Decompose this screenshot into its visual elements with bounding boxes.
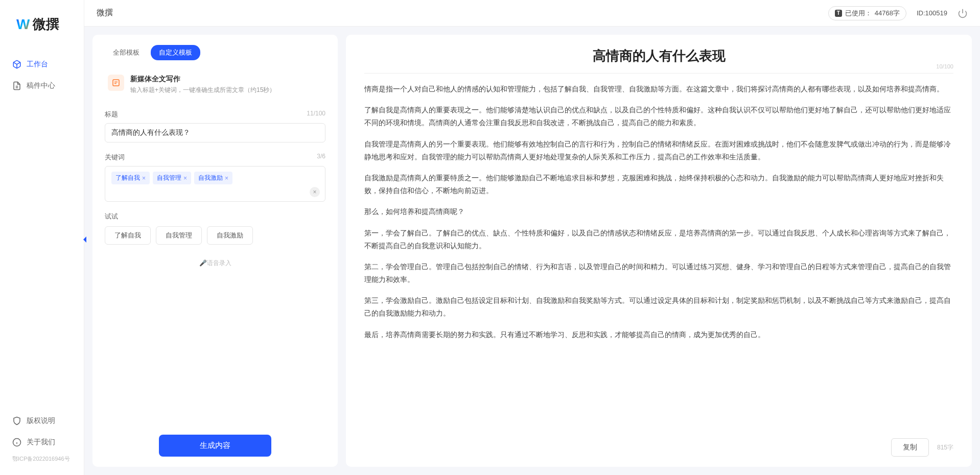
sidebar-item-label: 稿件中心	[27, 81, 55, 90]
remove-icon[interactable]: ×	[142, 175, 146, 182]
main: 微撰 T 已使用： 44768字 ID:100519 全部模板 自定义模板	[84, 0, 980, 475]
clear-all-button[interactable]: ×	[310, 187, 320, 197]
generate-button[interactable]: 生成内容	[159, 435, 271, 457]
power-icon[interactable]	[958, 8, 968, 18]
sidebar-item-workbench[interactable]: 工作台	[0, 54, 84, 75]
tab-custom-templates[interactable]: 自定义模板	[151, 45, 200, 60]
sidebar-item-label: 版权说明	[27, 416, 55, 425]
output-paragraph: 了解自我是高情商人的重要表现之一。他们能够清楚地认识自己的优点和缺点，以及自己的…	[364, 104, 953, 129]
usage-value: 44768字	[875, 9, 900, 18]
shield-icon	[12, 416, 21, 425]
keyword-tag[interactable]: 自我管理×	[153, 172, 191, 184]
keyword-field-block: 关键词 3/6 了解自我× 自我管理× 自我激励× ×	[105, 153, 325, 202]
title-label: 标题	[105, 110, 118, 119]
svg-rect-4	[113, 80, 119, 86]
try-chips: 了解自我 自我管理 自我激励	[105, 226, 325, 245]
info-icon	[12, 438, 21, 447]
tag-text: 了解自我	[115, 174, 140, 182]
title-field-block: 标题 11/100	[105, 110, 325, 142]
output-title-count: 10/100	[936, 63, 953, 69]
sidebar-bottom: 版权说明 关于我们 鄂ICP备2022016946号	[0, 405, 84, 475]
title-count: 11/100	[307, 110, 325, 119]
keyword-tag[interactable]: 自我激励×	[194, 172, 232, 184]
template-icon	[108, 75, 124, 91]
voice-input-hint[interactable]: 🎤语音录入	[105, 259, 325, 268]
output-paragraph: 第一，学会了解自己。了解自己的优点、缺点、个性特质和偏好，以及自己的情感状态和情…	[364, 227, 953, 252]
output-paragraph: 第三，学会激励自己。激励自己包括设定目标和计划、自我激励和自我奖励等方式。可以通…	[364, 294, 953, 320]
template-name: 新媒体全文写作	[130, 75, 275, 84]
content: 全部模板 自定义模板 新媒体全文写作 输入标题+关键词，一键准确生成所需文章（约…	[84, 27, 980, 475]
output-paragraph: 自我激励是高情商人的重要特质之一。他们能够激励自己不断地追求目标和梦想，克服困难…	[364, 172, 953, 197]
output-paragraph: 自我管理是高情商人的另一个重要表现。他们能够有效地控制自己的言行和行为，控制自己…	[364, 138, 953, 163]
document-icon	[12, 81, 21, 90]
keyword-count: 3/6	[317, 153, 325, 162]
topbar-title: 微撰	[97, 8, 113, 18]
output-paragraph: 那么，如何培养和提高情商呢？	[364, 205, 953, 218]
output-paragraph: 最后，培养高情商需要长期的努力和实践。只有通过不断地学习、反思和实践，才能够提高…	[364, 328, 953, 341]
template-desc: 输入标题+关键词，一键准确生成所需文章（约15秒）	[130, 86, 275, 94]
keyword-tag[interactable]: 了解自我×	[111, 172, 150, 184]
sidebar-item-copyright[interactable]: 版权说明	[0, 410, 84, 432]
output-paragraph: 第二，学会管理自己。管理自己包括控制自己的情绪、行为和言语，以及管理自己的时间和…	[364, 260, 953, 286]
sidebar: W 微撰 工作台 稿件中心 版权说明	[0, 0, 84, 475]
sidebar-collapse-handle[interactable]	[82, 235, 87, 244]
output-title: 高情商的人有什么表现	[364, 47, 953, 73]
sidebar-item-label: 关于我们	[27, 438, 55, 447]
logo-text: 微撰	[33, 15, 59, 33]
remove-icon[interactable]: ×	[183, 175, 187, 182]
output-footer: 复制 815字	[364, 430, 953, 457]
topbar-right: T 已使用： 44768字 ID:100519	[828, 6, 968, 20]
usage-pill[interactable]: T 已使用： 44768字	[828, 6, 906, 20]
output-paragraph: 情商是指一个人对自己和他人的情感的认知和管理能力，包括了解自我、自我管理、自我激…	[364, 83, 953, 96]
try-chip[interactable]: 自我管理	[156, 226, 202, 245]
cube-icon	[12, 60, 21, 69]
icp-text: 鄂ICP备2022016946号	[0, 453, 84, 465]
tag-text: 自我管理	[157, 174, 181, 182]
template-meta: 新媒体全文写作 输入标题+关键词，一键准确生成所需文章（约15秒）	[130, 75, 275, 94]
tab-all-templates[interactable]: 全部模板	[105, 45, 148, 60]
try-chip[interactable]: 自我激励	[207, 226, 253, 245]
try-chip[interactable]: 了解自我	[105, 226, 151, 245]
copy-button[interactable]: 复制	[891, 438, 929, 457]
title-input[interactable]	[105, 123, 325, 142]
output-body: 情商是指一个人对自己和他人的情感的认知和管理能力，包括了解自我、自我管理、自我激…	[364, 83, 953, 430]
sidebar-item-drafts[interactable]: 稿件中心	[0, 75, 84, 97]
divider	[364, 73, 953, 74]
output-panel: 高情商的人有什么表现 10/100 情商是指一个人对自己和他人的情感的认知和管理…	[346, 35, 972, 467]
text-icon: T	[835, 10, 842, 17]
input-panel: 全部模板 自定义模板 新媒体全文写作 输入标题+关键词，一键准确生成所需文章（约…	[92, 35, 338, 467]
template-tabs: 全部模板 自定义模板	[105, 45, 325, 60]
tag-text: 自我激励	[198, 174, 223, 182]
user-id: ID:100519	[917, 9, 947, 17]
logo-mark: W	[16, 16, 30, 33]
keyword-label: 关键词	[105, 153, 125, 162]
keyword-tags-box[interactable]: 了解自我× 自我管理× 自我激励× ×	[105, 166, 325, 202]
sidebar-item-about[interactable]: 关于我们	[0, 432, 84, 453]
usage-label: 已使用：	[845, 9, 872, 18]
remove-icon[interactable]: ×	[225, 175, 228, 182]
sidebar-item-label: 工作台	[27, 60, 48, 69]
topbar: 微撰 T 已使用： 44768字 ID:100519	[84, 0, 980, 27]
try-label: 试试	[105, 212, 325, 221]
sidebar-nav: 工作台 稿件中心	[0, 43, 84, 405]
output-char-count: 815字	[937, 443, 953, 452]
brand-logo: W 微撰	[0, 0, 84, 43]
template-card[interactable]: 新媒体全文写作 输入标题+关键词，一键准确生成所需文章（约15秒）	[105, 69, 325, 100]
